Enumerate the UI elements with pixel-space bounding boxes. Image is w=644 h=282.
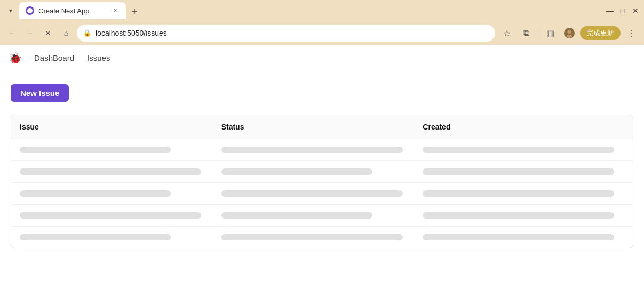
site-logo-icon: 🐞: [9, 52, 21, 65]
url-bar[interactable]: 🔒 localhost:5050/issues: [77, 25, 495, 42]
tab-down-arrow[interactable]: ▾: [4, 4, 17, 17]
maximize-button[interactable]: □: [618, 6, 627, 15]
svg-point-2: [568, 30, 571, 34]
title-bar: ▾ Create Next App × + — □ ✕: [0, 0, 644, 21]
table-row: [11, 205, 633, 227]
skeleton-cell: [423, 168, 614, 175]
skeleton-cell: [221, 168, 372, 175]
back-button[interactable]: ←: [4, 26, 19, 41]
window-controls: — □ ✕: [606, 6, 640, 15]
sidebar-button[interactable]: ▥: [542, 25, 559, 42]
col-header-issue: Issue: [20, 123, 221, 131]
issues-table: Issue Status Created: [11, 115, 633, 248]
reload-button[interactable]: ✕: [41, 26, 55, 41]
skeleton-cell: [423, 212, 614, 219]
extensions-button[interactable]: ⧉: [518, 25, 535, 42]
skeleton-cell: [423, 234, 614, 240]
skeleton-cell: [423, 147, 614, 153]
new-issue-button[interactable]: New Issue: [11, 84, 69, 102]
skeleton-cell: [221, 190, 403, 197]
minimize-button[interactable]: —: [606, 6, 614, 15]
browser-window: ▾ Create Next App × + — □ ✕ ← → ✕ ⌂: [0, 0, 644, 279]
menu-button[interactable]: ⋮: [623, 25, 640, 42]
toolbar-right: ☆ ⧉ ▥ 完成更新 ⋮: [498, 25, 640, 42]
tab-favicon-icon: [26, 6, 34, 15]
table-row: [11, 183, 633, 205]
skeleton-cell: [20, 168, 201, 175]
close-window-button[interactable]: ✕: [631, 6, 640, 15]
skeleton-cell: [20, 147, 171, 153]
star-button[interactable]: ☆: [498, 25, 515, 42]
update-button[interactable]: 完成更新: [580, 26, 621, 40]
lock-icon: 🔒: [83, 29, 91, 37]
home-button[interactable]: ⌂: [59, 26, 74, 41]
new-tab-button[interactable]: +: [127, 4, 142, 19]
table-row: [11, 227, 633, 248]
skeleton-cell: [221, 234, 403, 240]
skeleton-cell: [20, 212, 201, 219]
tab-title: Create Next App: [38, 7, 107, 15]
skeleton-cell: [221, 147, 403, 153]
table-row: [11, 139, 633, 161]
skeleton-cell: [20, 234, 171, 240]
nav-link-issues[interactable]: Issues: [87, 53, 110, 62]
col-header-status: Status: [221, 123, 423, 131]
nav-link-dashboard[interactable]: DashBoard: [34, 53, 74, 62]
col-header-created: Created: [423, 123, 624, 131]
url-text: localhost:5050/issues: [96, 29, 489, 37]
skeleton-cell: [221, 212, 372, 219]
profile-button[interactable]: [561, 25, 578, 42]
site-nav: 🐞 DashBoard Issues: [0, 45, 644, 71]
tab-close-button[interactable]: ×: [111, 6, 120, 15]
tab-list: Create Next App × +: [19, 2, 142, 19]
toolbar-divider: [538, 28, 538, 38]
table-row: [11, 161, 633, 183]
forward-button[interactable]: →: [22, 26, 37, 41]
main-content: New Issue Issue Status Created: [0, 71, 644, 261]
svg-point-0: [27, 8, 33, 13]
active-tab[interactable]: Create Next App ×: [19, 2, 126, 19]
title-bar-left: ▾ Create Next App × +: [4, 2, 142, 19]
address-bar: ← → ✕ ⌂ 🔒 localhost:5050/issues ☆ ⧉ ▥ 完成…: [0, 21, 644, 45]
skeleton-cell: [423, 190, 614, 197]
svg-point-3: [567, 35, 572, 38]
skeleton-cell: [20, 190, 171, 197]
page-content: 🐞 DashBoard Issues New Issue Issue Statu…: [0, 45, 644, 279]
table-header: Issue Status Created: [11, 115, 633, 139]
